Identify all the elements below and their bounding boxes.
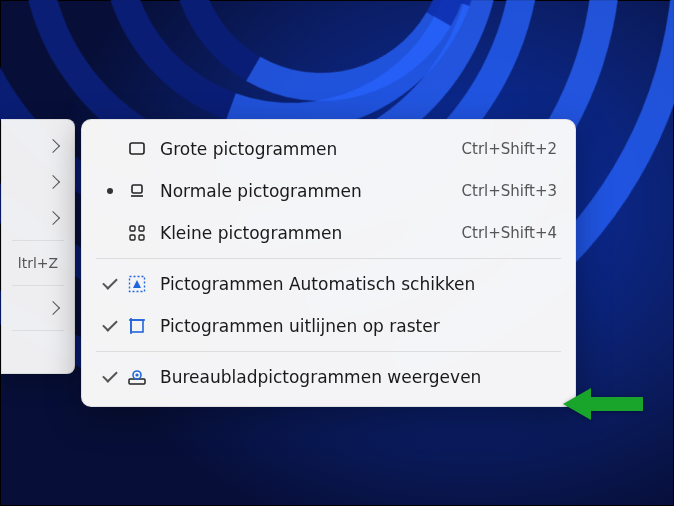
align-grid-icon [120,316,154,336]
svg-rect-6 [139,235,144,240]
menu-item-label: Bureaubladpictogrammen weergeven [154,367,557,387]
large-icons-icon [120,139,154,159]
menu-item-align-grid[interactable]: Pictogrammen uitlijnen op raster [88,305,569,347]
radio-indicator [100,188,120,194]
show-desktop-icons-icon [120,367,154,387]
svg-point-13 [135,373,138,376]
menu-item-label: Pictogrammen uitlijnen op raster [154,316,557,336]
chevron-right-icon [46,175,60,189]
check-indicator [100,320,120,332]
menu-item-accelerator: Ctrl+Shift+4 [454,224,557,242]
svg-rect-0 [130,143,144,154]
check-indicator [100,371,120,383]
parent-menu-item[interactable] [2,128,74,164]
menu-item-small-icons[interactable]: Kleine pictogrammen Ctrl+Shift+4 [88,212,569,254]
menu-item-accelerator: Ctrl+Shift+2 [454,140,557,158]
chevron-right-icon [46,301,60,315]
menu-item-auto-arrange[interactable]: Pictogrammen Automatisch schikken [88,263,569,305]
medium-icons-icon [120,181,154,201]
chevron-right-icon [46,211,60,225]
menu-item-medium-icons[interactable]: Normale pictogrammen Ctrl+Shift+3 [88,170,569,212]
chevron-right-icon [46,139,60,153]
parent-menu-shortcut[interactable]: ltrl+Z [2,245,74,281]
menu-item-label: Pictogrammen Automatisch schikken [154,274,557,294]
menu-item-label: Normale pictogrammen [154,181,454,201]
menu-item-accelerator: Ctrl+Shift+3 [454,182,557,200]
parent-menu-item[interactable] [2,200,74,236]
svg-rect-1 [132,185,142,193]
menu-separator [96,351,561,352]
view-submenu[interactable]: Grote pictogrammen Ctrl+Shift+2 Normale … [81,119,576,407]
menu-separator [12,285,64,286]
svg-rect-5 [130,235,135,240]
svg-rect-3 [130,226,135,231]
menu-item-large-icons[interactable]: Grote pictogrammen Ctrl+Shift+2 [88,128,569,170]
annotation-arrow [563,389,643,419]
menu-separator [96,258,561,259]
menu-separator [12,240,64,241]
menu-separator [12,330,64,331]
small-icons-icon [120,223,154,243]
svg-rect-4 [139,226,144,231]
menu-item-show-desktop-icons[interactable]: Bureaubladpictogrammen weergeven [88,356,569,398]
parent-menu-item[interactable] [2,335,74,365]
desktop-context-menu[interactable]: ltrl+Z [1,119,75,374]
desktop-background: ltrl+Z Grote pictogrammen Ctrl+Shift+2 N… [0,0,674,506]
check-indicator [100,278,120,290]
svg-rect-8 [131,320,143,332]
shortcut-label: ltrl+Z [18,255,58,271]
menu-item-label: Kleine pictogrammen [154,223,454,243]
menu-item-label: Grote pictogrammen [154,139,454,159]
parent-menu-item[interactable] [2,164,74,200]
auto-arrange-icon [120,274,154,294]
parent-menu-item[interactable] [2,290,74,326]
